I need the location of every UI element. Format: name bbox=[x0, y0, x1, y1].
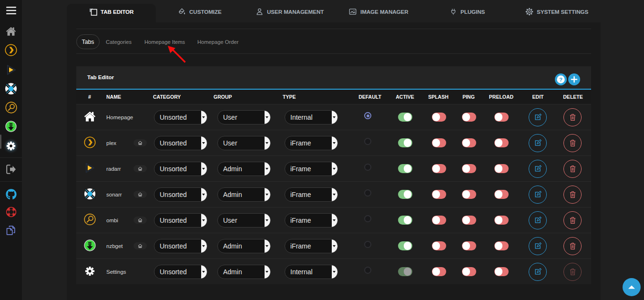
svg-text:?: ? bbox=[559, 77, 562, 83]
